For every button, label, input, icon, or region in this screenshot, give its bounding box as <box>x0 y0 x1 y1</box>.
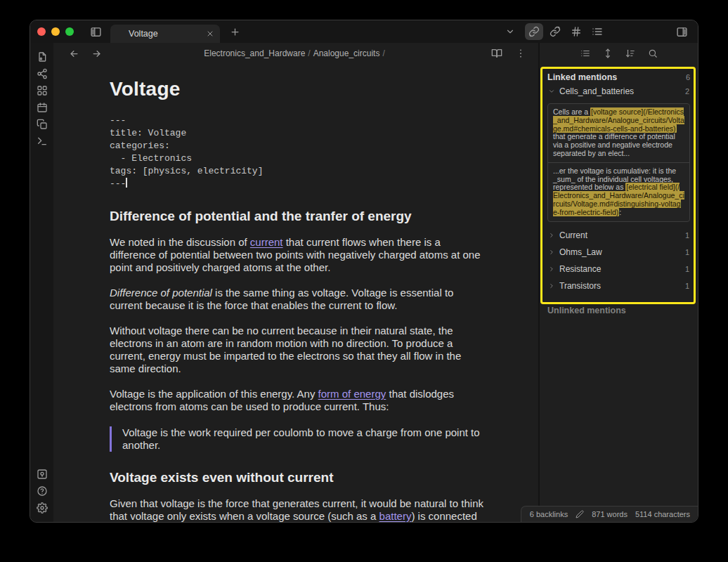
frontmatter[interactable]: --- title: Voltage categories: - Electro… <box>110 115 483 190</box>
panel-left-icon <box>90 26 102 38</box>
search-highlight: [electrical field](/Electronics_and_Hard… <box>553 183 684 216</box>
editor-header: Electronics_and_Hardware/Analogue_circui… <box>53 43 538 64</box>
backlink-group-cells_and_batteries[interactable]: Cells_and_batteries2 <box>547 84 690 99</box>
status-bar: 6 backlinks 871 words 5114 characters <box>521 506 698 522</box>
vault-button[interactable] <box>34 466 51 483</box>
section-heading: Difference of potential and the tranfer … <box>110 209 483 224</box>
list-icon <box>580 48 590 58</box>
internal-link[interactable]: battery <box>379 510 412 522</box>
internal-link[interactable]: form of energy <box>318 388 386 400</box>
backlink-file-name: Resistance <box>559 264 601 274</box>
calendar-button[interactable] <box>34 99 51 116</box>
backlink-match[interactable]: Cells are a [voltage source](/Electronic… <box>548 104 689 163</box>
app-window: Voltage Electronics_and_Hardware/Analogu… <box>30 20 698 523</box>
internal-link[interactable]: current <box>250 236 283 248</box>
tab-voltage[interactable]: Voltage <box>110 25 220 43</box>
view-action-icons <box>525 23 606 40</box>
hash-icon <box>571 26 582 37</box>
graph-button[interactable] <box>34 65 51 82</box>
breadcrumb-segment[interactable]: Electronics_and_Hardware <box>204 48 305 58</box>
paragraph: Voltage is the work required per coulomb… <box>122 426 483 452</box>
linked-mentions-header[interactable]: Linked mentions 6 <box>547 72 690 82</box>
breadcrumb-separator: / <box>308 48 310 58</box>
note-content[interactable]: Voltage--- title: Voltage categories: - … <box>110 78 483 523</box>
hash-button[interactable] <box>567 23 585 40</box>
arrow-left-icon <box>69 48 79 59</box>
linked-mentions-title: Linked mentions <box>547 72 617 82</box>
book-open-icon <box>491 48 502 59</box>
toggle-left-sidebar-button[interactable] <box>86 23 105 40</box>
more-vertical-icon <box>515 48 526 59</box>
move-vertical-icon <box>603 48 613 58</box>
chevron-right-icon <box>548 282 555 289</box>
italic-text: Difference of potential <box>110 287 212 299</box>
paragraph: Difference of potential is the same thin… <box>110 287 483 312</box>
backlink-count: 2 <box>685 87 689 96</box>
back-button[interactable] <box>65 45 83 62</box>
paragraph: We noted in the discussion of current th… <box>110 236 483 274</box>
breadcrumb-segment[interactable]: Analogue_circuits <box>313 48 380 58</box>
backlink-group-transistors[interactable]: Transistors1 <box>547 278 690 294</box>
settings-button[interactable] <box>34 499 51 516</box>
panel-right-icon <box>676 26 688 38</box>
terminal-icon <box>37 136 48 147</box>
backlink-count: 1 <box>685 231 689 240</box>
ribbon <box>30 43 53 523</box>
copy-button[interactable] <box>34 116 51 133</box>
title-bar: Voltage <box>30 20 698 43</box>
close-tab-icon[interactable] <box>206 30 214 38</box>
backlinks-panel: Linked mentions 6 Cells_and_batteries2Ce… <box>540 64 698 523</box>
note-switcher-button[interactable] <box>34 48 51 65</box>
sort-order-button[interactable] <box>623 45 638 62</box>
grid-icon <box>37 85 48 96</box>
right-sidebar: Linked mentions 6 Cells_and_batteries2Ce… <box>538 43 698 523</box>
expand-collapse-button[interactable] <box>600 45 616 62</box>
status-character-count: 5114 characters <box>635 510 690 518</box>
new-tab-button[interactable] <box>226 23 244 40</box>
toggle-right-sidebar-button[interactable] <box>672 23 691 40</box>
backlink-match[interactable]: ...er the voltage is cumulative: it is t… <box>548 163 689 221</box>
pencil-icon[interactable] <box>576 510 584 518</box>
chevron-right-icon <box>548 249 555 256</box>
calendar-icon <box>37 102 48 113</box>
backlink-file-name: Cells_and_batteries <box>559 86 634 96</box>
reading-mode-button[interactable] <box>488 45 506 62</box>
more-options-button[interactable] <box>512 45 530 62</box>
terminal-button[interactable] <box>34 133 51 150</box>
paragraph: Given that voltage is the force that gen… <box>110 497 483 523</box>
backlink-count: 1 <box>685 248 689 256</box>
unlinked-mentions-header[interactable]: Unlinked mentions <box>547 306 690 315</box>
search-button[interactable] <box>645 45 661 62</box>
sort-icon <box>625 48 635 58</box>
link-in-button[interactable] <box>525 23 543 40</box>
vault-icon <box>37 469 48 480</box>
grid-button[interactable] <box>34 82 51 99</box>
backlink-group-current[interactable]: Current1 <box>547 228 690 243</box>
text-cursor <box>126 178 127 188</box>
bullet-list-button[interactable] <box>578 45 593 62</box>
backlink-group-resistance[interactable]: Resistance1 <box>547 261 690 277</box>
search-icon <box>648 48 658 58</box>
forward-button[interactable] <box>87 45 105 62</box>
paragraph: Voltage is the application of this energ… <box>110 388 483 413</box>
backlink-count: 1 <box>685 265 689 273</box>
zoom-window-button[interactable] <box>65 27 74 36</box>
backlinks-toolbar <box>540 43 698 64</box>
match-list: Cells are a [voltage source](/Electronic… <box>547 103 690 222</box>
list-button[interactable] <box>588 23 606 40</box>
breadcrumb: Electronics_and_Hardware/Analogue_circui… <box>53 48 538 58</box>
chevron-right-icon <box>548 232 555 239</box>
help-icon <box>37 485 48 497</box>
arrow-right-icon <box>91 48 102 59</box>
help-button[interactable] <box>34 483 51 499</box>
minimize-window-button[interactable] <box>51 27 60 36</box>
copy-icon <box>37 119 48 130</box>
plus-icon <box>230 27 240 37</box>
chevron-down-icon <box>548 88 555 95</box>
link-out-button[interactable] <box>546 23 564 40</box>
backlink-group-ohms_law[interactable]: Ohms_Law1 <box>547 244 690 260</box>
backlink-file-name: Ohms_Law <box>559 247 602 257</box>
close-window-button[interactable] <box>37 27 46 36</box>
backlink-file-name: Transistors <box>559 281 601 291</box>
tab-list-button[interactable] <box>501 23 519 40</box>
